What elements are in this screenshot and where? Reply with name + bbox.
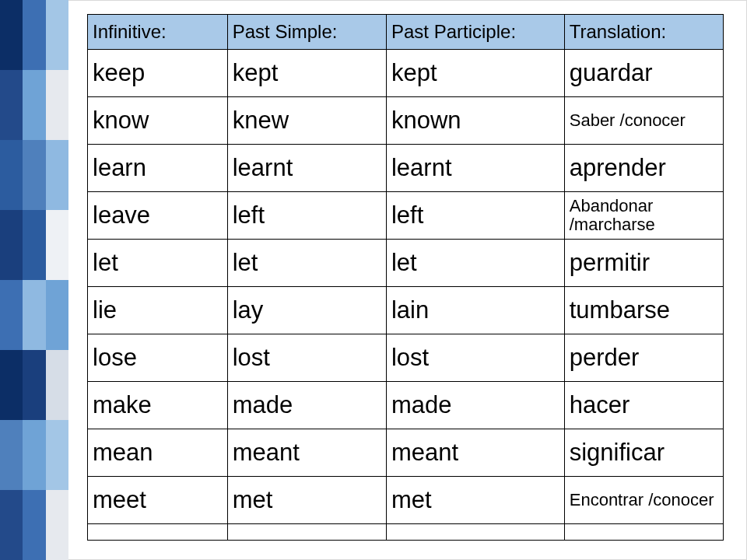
cell-translation: tumbarse xyxy=(564,287,723,334)
cell-past-participle: made xyxy=(386,382,564,429)
table-row: knowknewknownSaber /conocer xyxy=(88,97,724,145)
table-row: meetmetmetEncontrar /conocer xyxy=(88,477,724,524)
header-past-participle: Past Participle: xyxy=(386,15,564,50)
cell-past-participle: lost xyxy=(386,334,564,382)
cell-past-participle: known xyxy=(386,97,564,145)
header-past-simple: Past Simple: xyxy=(227,15,386,50)
cell-translation: Saber /conocer xyxy=(564,97,723,145)
empty-cell xyxy=(227,524,386,541)
cell-infinitive: lie xyxy=(88,287,228,334)
cell-translation: significar xyxy=(564,429,723,477)
slide-container: Infinitive: Past Simple: Past Participle… xyxy=(0,0,747,560)
table-row: meanmeantmeantsignificar xyxy=(88,429,724,477)
cell-infinitive: lose xyxy=(88,334,228,382)
cell-infinitive: make xyxy=(88,382,228,429)
cell-past-simple: let xyxy=(227,240,386,287)
table-row: learnlearntlearntaprender xyxy=(88,145,724,192)
cell-past-participle: let xyxy=(386,240,564,287)
cell-past-simple: kept xyxy=(227,50,386,97)
cell-translation: permitir xyxy=(564,240,723,287)
cell-past-participle: met xyxy=(386,477,564,524)
empty-cell xyxy=(564,524,723,541)
cell-infinitive: leave xyxy=(88,192,228,240)
empty-cell xyxy=(88,524,228,541)
cell-past-simple: lay xyxy=(227,287,386,334)
cell-past-simple: met xyxy=(227,477,386,524)
table-row: keepkeptkeptguardar xyxy=(88,50,724,97)
cell-past-participle: meant xyxy=(386,429,564,477)
table-row: leaveleftleftAbandonar /marcharse xyxy=(88,192,724,240)
cell-past-simple: left xyxy=(227,192,386,240)
cell-past-participle: kept xyxy=(386,50,564,97)
cell-translation: guardar xyxy=(564,50,723,97)
cell-past-simple: made xyxy=(227,382,386,429)
table-row: makemademadehacer xyxy=(88,382,724,429)
table-row-empty xyxy=(88,524,724,541)
cell-past-participle: lain xyxy=(386,287,564,334)
cell-infinitive: keep xyxy=(88,50,228,97)
cell-past-participle: learnt xyxy=(386,145,564,192)
header-infinitive: Infinitive: xyxy=(88,15,228,50)
empty-cell xyxy=(386,524,564,541)
side-decoration xyxy=(0,0,68,560)
cell-translation: aprender xyxy=(564,145,723,192)
table-row: loselostlostperder xyxy=(88,334,724,382)
cell-infinitive: know xyxy=(88,97,228,145)
cell-translation: perder xyxy=(564,334,723,382)
header-row: Infinitive: Past Simple: Past Participle… xyxy=(88,15,724,50)
cell-past-simple: lost xyxy=(227,334,386,382)
table-row: lielaylaintumbarse xyxy=(88,287,724,334)
cell-translation: Abandonar /marcharse xyxy=(564,192,723,240)
cell-infinitive: learn xyxy=(88,145,228,192)
verb-table-wrapper: Infinitive: Past Simple: Past Participle… xyxy=(87,14,724,541)
cell-translation: Encontrar /conocer xyxy=(564,477,723,524)
cell-infinitive: let xyxy=(88,240,228,287)
cell-translation: hacer xyxy=(564,382,723,429)
table-row: letletletpermitir xyxy=(88,240,724,287)
header-translation: Translation: xyxy=(564,15,723,50)
cell-past-simple: learnt xyxy=(227,145,386,192)
irregular-verbs-table: Infinitive: Past Simple: Past Participle… xyxy=(87,14,724,541)
cell-past-simple: meant xyxy=(227,429,386,477)
cell-past-participle: left xyxy=(386,192,564,240)
cell-infinitive: meet xyxy=(88,477,228,524)
cell-infinitive: mean xyxy=(88,429,228,477)
cell-past-simple: knew xyxy=(227,97,386,145)
